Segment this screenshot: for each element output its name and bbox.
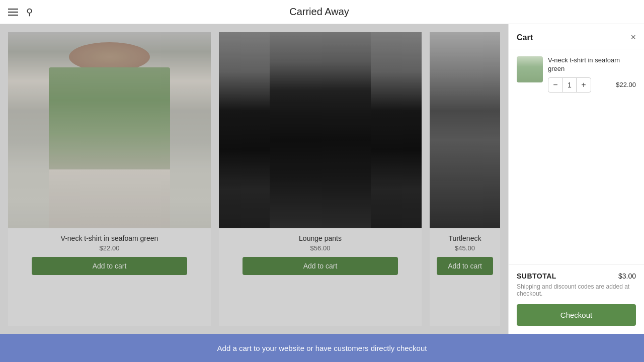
header-left-icons: ⚲ [8, 7, 33, 18]
product-info-2: Lounge pants $56.00 Add to cart [219, 228, 422, 285]
cart-title: Cart [517, 33, 533, 42]
quantity-increase-button[interactable]: + [577, 78, 591, 92]
product-figure-pants [49, 169, 171, 228]
product-card-2: Lounge pants $56.00 Add to cart [219, 32, 422, 326]
cart-item: V-neck t-shirt in seafoam green − 1 + $2… [509, 49, 644, 100]
product-img-2-bg [219, 32, 422, 228]
subtotal-label: SUBTOTAL [517, 272, 556, 280]
product-name-3: Turtleneck [434, 234, 496, 242]
cart-header: Cart × [509, 24, 644, 49]
add-to-cart-button-2[interactable]: Add to cart [243, 257, 398, 275]
product-img-1-bg [8, 32, 211, 228]
product-price-2: $56.00 [223, 244, 418, 252]
product-card-1: V-neck t-shirt in seafoam green $22.00 A… [8, 32, 211, 326]
banner-text: Add a cart to your website or have custo… [217, 344, 427, 352]
main-content: V-neck t-shirt in seafoam green $22.00 A… [0, 0, 644, 362]
add-to-cart-button-1[interactable]: Add to cart [32, 257, 188, 275]
product-name-2: Lounge pants [223, 234, 418, 242]
products-grid: V-neck t-shirt in seafoam green $22.00 A… [0, 24, 508, 334]
quantity-controls: − 1 + [548, 77, 591, 93]
shipping-note: Shipping and discount codes are added at… [517, 283, 636, 297]
subtotal-value: $3.00 [618, 272, 636, 280]
product-image-3 [430, 32, 500, 228]
cart-item-name: V-neck t-shirt in seafoam green [548, 56, 636, 73]
cart-item-details: V-neck t-shirt in seafoam green − 1 + $2… [548, 56, 636, 93]
add-to-cart-button-3[interactable]: Add to cart [437, 257, 493, 275]
cart-item-price: $22.00 [616, 81, 636, 88]
subtotal-row: SUBTOTAL $3.00 [517, 272, 636, 280]
quantity-decrease-button[interactable]: − [548, 78, 562, 92]
site-header: ⚲ Carried Away [0, 0, 644, 24]
product-info-1: V-neck t-shirt in seafoam green $22.00 A… [8, 228, 211, 285]
cart-footer: SUBTOTAL $3.00 Shipping and discount cod… [509, 264, 644, 334]
cart-item-qty-price-row: − 1 + $22.00 [548, 77, 636, 93]
hamburger-icon[interactable] [8, 9, 18, 16]
product-img-3-bg [430, 32, 500, 228]
search-icon[interactable]: ⚲ [26, 7, 33, 18]
close-icon: × [630, 32, 636, 43]
product-price-1: $22.00 [12, 244, 207, 252]
product-image-2 [219, 32, 422, 228]
checkout-button[interactable]: Checkout [517, 304, 636, 326]
product-card-3: Turtleneck $45.00 Add to cart [430, 32, 500, 326]
quantity-value: 1 [562, 78, 577, 92]
product-figure-body [49, 67, 171, 175]
cart-item-thumb-image [517, 56, 543, 82]
product-figure-2 [270, 32, 371, 228]
product-name-1: V-neck t-shirt in seafoam green [12, 234, 207, 242]
cart-close-button[interactable]: × [630, 32, 636, 43]
product-figure-3-legs [430, 140, 500, 229]
cart-sidebar: Cart × V-neck t-shirt in seafoam green −… [508, 24, 644, 334]
promo-banner: Add a cart to your website or have custo… [0, 334, 644, 362]
cart-item-thumbnail [517, 56, 543, 82]
product-image-1 [8, 32, 211, 228]
product-price-3: $45.00 [434, 244, 496, 252]
product-info-3: Turtleneck $45.00 Add to cart [430, 228, 500, 285]
site-title: Carried Away [289, 6, 349, 18]
